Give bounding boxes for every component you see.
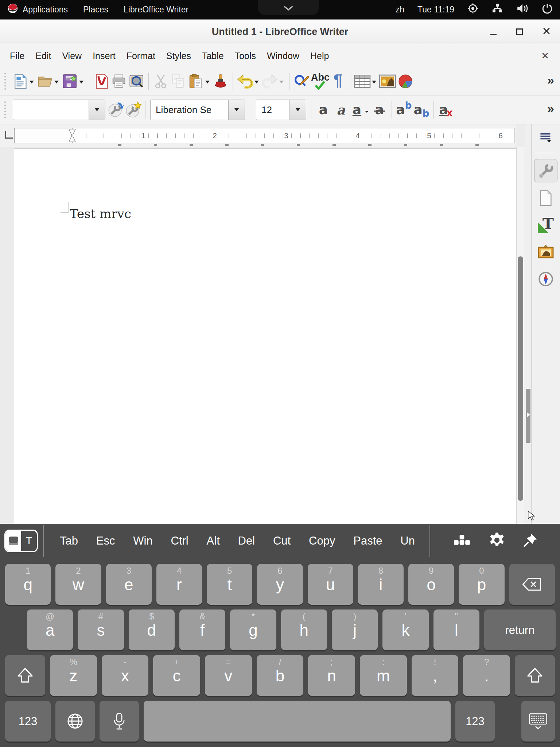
toolbar-drag-handle[interactable] [4, 101, 9, 118]
utility-key-cut[interactable]: Cut [273, 534, 291, 547]
key-g[interactable]: *g [230, 609, 276, 650]
key-t[interactable]: 5t [207, 564, 252, 605]
sidebar-tab-gallery[interactable] [534, 241, 557, 263]
subscript-button[interactable]: ab [413, 99, 430, 120]
key-v[interactable]: =v [205, 655, 252, 696]
keyboard-pin-icon[interactable] [523, 533, 538, 549]
utility-key-alt[interactable]: Alt [207, 534, 220, 547]
message-tray-drawer[interactable] [258, 0, 319, 15]
key-dismiss[interactable] [521, 701, 555, 742]
maximize-button[interactable] [516, 28, 523, 35]
key-shift[interactable] [5, 655, 45, 696]
key-backspace[interactable] [509, 564, 555, 605]
utility-key-paste[interactable]: Paste [353, 534, 382, 547]
superscript-button[interactable]: ab [395, 99, 413, 120]
menu-window[interactable]: Window [261, 51, 305, 61]
key-n[interactable]: ;n [308, 655, 355, 696]
keyboard-settings-gear-icon[interactable] [489, 532, 505, 550]
print-preview-button[interactable] [128, 71, 145, 92]
close-document-icon[interactable]: ✕ [541, 50, 549, 62]
menu-table[interactable]: Table [197, 51, 229, 61]
accessibility-icon[interactable] [467, 3, 478, 16]
input-method-indicator[interactable]: zh [396, 5, 404, 15]
scrollbar-thumb[interactable] [518, 256, 523, 501]
trackpad-mode-button[interactable] [5, 531, 21, 551]
key-mic[interactable] [100, 701, 139, 742]
font-size-combobox[interactable]: 12 [256, 100, 306, 120]
key-r[interactable]: 4r [156, 564, 202, 605]
key-b[interactable]: /b [257, 655, 304, 696]
underline-button[interactable]: a [350, 99, 364, 120]
paragraph-style-combobox[interactable] [13, 100, 105, 120]
utility-key-win[interactable]: Win [133, 534, 152, 547]
clone-formatting-button[interactable] [212, 71, 229, 92]
places-menu[interactable]: Places [83, 5, 108, 15]
undo-dropdown-arrow[interactable] [254, 81, 259, 86]
formatting-marks-button[interactable]: ¶ [329, 71, 347, 92]
spelling-button[interactable]: Abc [310, 71, 329, 92]
applications-menu[interactable]: Applications [7, 3, 68, 16]
export-pdf-button[interactable] [93, 71, 110, 92]
paragraph-style-dropdown[interactable] [89, 100, 105, 120]
utility-key-esc[interactable]: Esc [96, 534, 115, 547]
save-button[interactable] [61, 71, 78, 92]
open-dropdown-arrow[interactable] [54, 81, 59, 86]
new-document-button[interactable] [11, 71, 29, 92]
key-e[interactable]: 3e [106, 564, 152, 605]
key-h[interactable]: (h [281, 609, 327, 650]
key-d[interactable]: $d [129, 609, 175, 650]
insert-table-dropdown-arrow[interactable] [372, 81, 376, 86]
print-button[interactable] [110, 71, 128, 92]
indent-marker[interactable] [67, 129, 77, 143]
extra-keys-layout-icon[interactable] [453, 535, 471, 547]
menu-styles[interactable]: Styles [161, 51, 197, 61]
vertical-scrollbar[interactable] [516, 147, 525, 525]
clock[interactable]: Tue 11:19 [417, 5, 454, 15]
key-x[interactable]: -x [102, 655, 149, 696]
key-punct[interactable]: !, [412, 655, 459, 696]
sidebar-settings-button[interactable] [534, 129, 557, 146]
menu-insert[interactable]: Insert [87, 51, 121, 61]
menu-view[interactable]: View [57, 51, 87, 61]
key-k[interactable]: 'k [382, 609, 428, 650]
key-123[interactable]: 123 [5, 701, 51, 742]
redo-dropdown-arrow[interactable] [279, 81, 284, 86]
formatting-overflow-button[interactable]: » [547, 101, 554, 116]
key-q[interactable]: 1q [5, 564, 51, 605]
power-icon[interactable] [542, 3, 553, 16]
utility-key-un[interactable]: Un [400, 534, 415, 547]
key-c[interactable]: +c [153, 655, 200, 696]
volume-icon[interactable] [516, 3, 529, 16]
key-o[interactable]: 9o [408, 564, 454, 605]
key-m[interactable]: :m [360, 655, 407, 696]
sidebar-tab-styles[interactable]: T [534, 214, 557, 236]
open-button[interactable] [36, 71, 54, 92]
underline-dropdown-arrow[interactable] [365, 111, 369, 113]
key-p[interactable]: 0p [459, 564, 504, 605]
insert-table-button[interactable] [354, 71, 371, 92]
bold-button[interactable]: a [315, 99, 332, 120]
insert-image-button[interactable] [378, 71, 397, 92]
sidebar-tab-navigator[interactable] [534, 268, 557, 290]
sidebar-hide-handle[interactable] [525, 124, 531, 525]
key-l[interactable]: "l [433, 609, 479, 650]
key-i[interactable]: 8i [358, 564, 404, 605]
italic-button[interactable]: a [332, 99, 350, 120]
menu-edit[interactable]: Edit [30, 51, 57, 61]
menu-format[interactable]: Format [121, 51, 161, 61]
minimize-button[interactable] [490, 34, 497, 35]
new-dropdown-arrow[interactable] [30, 81, 34, 86]
cut-button[interactable] [152, 71, 170, 92]
key-f[interactable]: &f [179, 609, 225, 650]
active-app-menu[interactable]: LibreOffice Writer [124, 5, 188, 15]
menu-tools[interactable]: Tools [229, 51, 261, 61]
key-a[interactable]: @a [27, 609, 73, 650]
network-icon[interactable] [491, 3, 503, 16]
strikethrough-button[interactable]: a [371, 99, 388, 120]
horizontal-ruler[interactable]: 123456 [14, 128, 515, 143]
toolbar-drag-handle[interactable] [4, 73, 9, 90]
tab-stop-type-selector[interactable] [5, 131, 13, 139]
menu-file[interactable]: File [4, 51, 30, 61]
key-globe[interactable] [55, 701, 95, 742]
redo-button[interactable] [261, 71, 279, 92]
